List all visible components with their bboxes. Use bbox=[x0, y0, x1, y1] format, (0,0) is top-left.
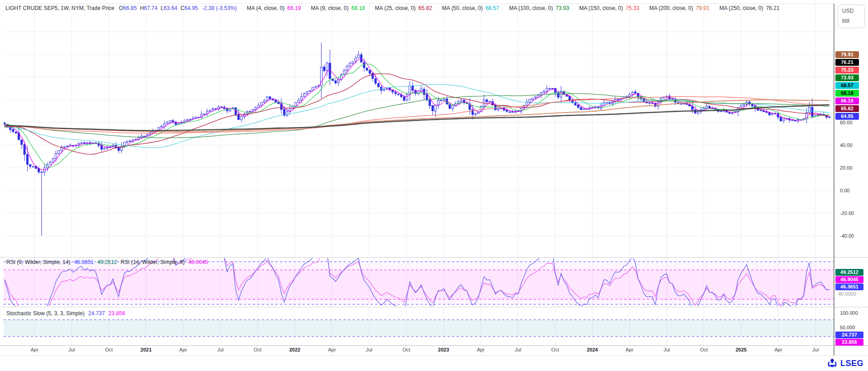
x-axis-label: Apr bbox=[465, 347, 497, 352]
ma-legend: MA (4, close, 0)66.19MA (9, close, 0)68.… bbox=[237, 5, 780, 11]
ma-legend-item[interactable]: MA (9, close, 0)68.18 bbox=[311, 5, 365, 11]
lseg-logo-text: LSEG bbox=[840, 359, 863, 368]
stoch-axis-tick: 100.000 bbox=[840, 310, 858, 316]
price-axis-badge: 73.93 bbox=[835, 74, 859, 81]
chart-legend: LIGHT CRUDE SEP5, 1W, NYM, Trade Price O… bbox=[5, 5, 780, 11]
stoch-title-segment: 23.856 bbox=[108, 310, 125, 317]
axis-unit-label: bbl bbox=[842, 18, 849, 24]
x-axis-label: Oct bbox=[688, 347, 720, 352]
x-axis-label: Oct bbox=[539, 347, 571, 352]
x-axis-label: Jul bbox=[353, 347, 385, 352]
instrument-title[interactable]: LIGHT CRUDE SEP5, 1W, NYM, Trade Price bbox=[5, 5, 115, 11]
ma-legend-item[interactable]: MA (250, close, 0)76.21 bbox=[719, 5, 780, 11]
lseg-logo: LSEG bbox=[826, 358, 863, 368]
ohlc-item: L63.64 bbox=[161, 5, 178, 11]
price-axis-badge: 64.95 bbox=[835, 113, 859, 120]
stoch-axis-badge: 23.856 bbox=[835, 339, 863, 346]
x-axis-label: Jul bbox=[651, 347, 683, 352]
ma-legend-item[interactable]: MA (25, close, 0)65.82 bbox=[375, 5, 432, 11]
stoch-axis-badge: 24.737 bbox=[835, 332, 863, 338]
stoch-title-segment: Stochastic Slow (5, 3, 3, Simple) bbox=[6, 310, 85, 317]
price-axis-badge: 66.19 bbox=[835, 98, 859, 104]
ohlc-item: H67.74 bbox=[140, 5, 158, 11]
x-axis-label: Apr bbox=[614, 347, 646, 352]
rsi-axis-badge: 46.3651 bbox=[835, 283, 863, 290]
x-axis-label: 2021 bbox=[130, 347, 162, 352]
rsi-title-segment: RSI (14, Wilder, Simple, 9) bbox=[121, 259, 184, 265]
price-axis-tick: -40.00 bbox=[840, 233, 854, 239]
stoch-title-segment: 24.737 bbox=[88, 310, 105, 317]
x-axis-label: Apr bbox=[316, 347, 348, 352]
x-axis-label: Oct bbox=[93, 347, 125, 352]
x-axis-label: 2022 bbox=[279, 347, 311, 352]
ma-legend-item[interactable]: MA (150, close, 0)75.33 bbox=[579, 5, 639, 11]
change-value: -2.38 (-3.53%) bbox=[202, 5, 237, 11]
x-axis-label: Jul bbox=[205, 347, 236, 352]
rsi-title-segment: 46.3651 bbox=[74, 259, 93, 265]
x-axis-label: Jul bbox=[502, 347, 534, 352]
price-axis-tick: 60.00 bbox=[840, 120, 853, 125]
x-axis-label: 2024 bbox=[577, 347, 608, 352]
x-axis-label: Apr bbox=[762, 347, 794, 352]
x-axis-label: Apr bbox=[19, 347, 50, 352]
rsi-axis-badge: 46.9045 bbox=[835, 276, 863, 283]
price-axis-badge: 79.91 bbox=[835, 51, 859, 58]
price-axis-tick: 0.00 bbox=[840, 188, 849, 193]
x-axis-label: Oct bbox=[242, 347, 274, 352]
price-axis-badge: 68.57 bbox=[835, 82, 859, 89]
price-axis-tick: -20.00 bbox=[840, 210, 854, 216]
price-axis-badge: 75.33 bbox=[835, 67, 859, 73]
x-axis-label: Jul bbox=[56, 347, 87, 352]
x-axis-label: Oct bbox=[391, 347, 422, 352]
ohlc-item: O66.85 bbox=[119, 5, 137, 11]
axis-currency-label: USD bbox=[842, 8, 854, 14]
rsi-panel-title[interactable]: RSI (9, Wilder, Simple, 14)46.365149.251… bbox=[6, 259, 212, 265]
x-axis-label: 2023 bbox=[428, 347, 459, 352]
price-axis-badge: 65.82 bbox=[835, 105, 859, 112]
rsi-title-segment: RSI (9, Wilder, Simple, 14) bbox=[6, 259, 70, 265]
x-axis-label: Apr bbox=[167, 347, 199, 352]
stoch-axis-tick: 50.000 bbox=[840, 325, 855, 330]
ma-legend-item[interactable]: MA (4, close, 0)66.19 bbox=[247, 5, 301, 11]
axis-unit-selector[interactable]: USD bbl bbox=[838, 5, 865, 28]
ohlc-values: O66.85H67.74L63.64C64.95 bbox=[119, 5, 202, 11]
rsi-title-segment: 49.2512 bbox=[97, 259, 117, 265]
x-axis-label: Jul bbox=[800, 347, 831, 352]
price-axis-tick: 20.00 bbox=[840, 165, 853, 171]
chart-svg[interactable] bbox=[0, 0, 868, 371]
stoch-panel-title[interactable]: Stochastic Slow (5, 3, 3, Simple)24.7372… bbox=[6, 310, 129, 317]
rsi-title-segment: 46.9045 bbox=[188, 259, 208, 265]
lseg-crest-icon bbox=[826, 358, 838, 368]
price-axis-badge: 76.21 bbox=[835, 59, 859, 66]
price-axis-tick: 40.00 bbox=[840, 142, 853, 148]
ma-legend-item[interactable]: MA (200, close, 0)79.91 bbox=[649, 5, 709, 11]
rsi-axis-tick: 40.0000 bbox=[838, 291, 856, 297]
chart-workspace: LIGHT CRUDE SEP5, 1W, NYM, Trade Price O… bbox=[0, 0, 868, 371]
ma-legend-item[interactable]: MA (50, close, 0)68.57 bbox=[442, 5, 499, 11]
ohlc-item: C64.95 bbox=[180, 5, 198, 11]
x-axis-label: 2025 bbox=[725, 347, 757, 352]
rsi-axis-badge: 49.2512 bbox=[835, 269, 863, 276]
ma-legend-item[interactable]: MA (100, close, 0)73.93 bbox=[509, 5, 569, 11]
price-axis-badge: 68.18 bbox=[835, 90, 859, 97]
